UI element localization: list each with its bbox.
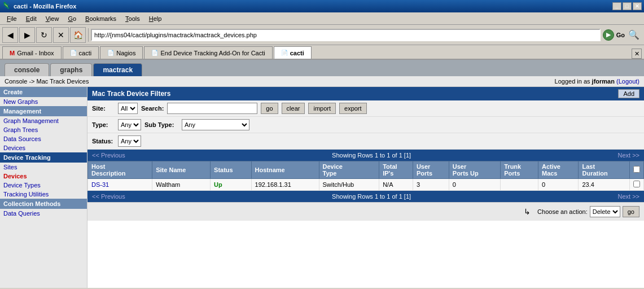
- col-user-ports-up: UserPorts Up: [449, 161, 500, 179]
- window-controls[interactable]: _ □ ✕: [612, 2, 642, 10]
- cell-site-name: Waltham: [152, 179, 211, 191]
- refresh-button[interactable]: ↻: [36, 27, 52, 43]
- filter-panel-header: Mac Track Device Filters Add: [87, 87, 644, 100]
- restore-button[interactable]: □: [623, 2, 632, 10]
- search-icon-btn[interactable]: 🔍: [626, 27, 642, 43]
- sidebar-item-graph-management[interactable]: Graph Management: [0, 116, 87, 125]
- app-icon: 🦎: [2, 2, 11, 11]
- col-select: [630, 161, 644, 179]
- sidebar-item-graph-trees[interactable]: Graph Trees: [0, 125, 87, 134]
- menu-view[interactable]: View: [41, 14, 64, 23]
- type-select[interactable]: Any: [118, 119, 141, 130]
- sidebar-item-devices[interactable]: Devices: [0, 143, 87, 152]
- action-select[interactable]: Delete: [590, 206, 620, 217]
- nagios-icon: 📄: [107, 50, 114, 56]
- tab-nagios[interactable]: 📄 Nagios: [100, 46, 143, 59]
- add-button[interactable]: Add: [618, 89, 639, 98]
- menu-edit[interactable]: Edit: [21, 14, 41, 23]
- menu-file[interactable]: File: [2, 14, 21, 23]
- action-go-button[interactable]: go: [623, 206, 639, 217]
- app-tab-mactrack[interactable]: mactrack: [93, 63, 142, 76]
- search-input[interactable]: [167, 103, 257, 114]
- subtype-label: Sub Type:: [144, 121, 178, 128]
- tab-cacti-active-label: cacti: [290, 50, 304, 56]
- prev-link-top[interactable]: << Previous: [92, 152, 125, 159]
- sidebar-item-sites[interactable]: Sites: [0, 163, 87, 172]
- action-bar: ↳ Choose an action: Delete go: [87, 202, 644, 221]
- tab-end-device-label: End Device Tracking Add-On for Cacti: [160, 50, 265, 56]
- forward-button[interactable]: ▶: [19, 27, 35, 43]
- menu-bookmarks[interactable]: Bookmarks: [81, 14, 121, 23]
- tab-cacti-active[interactable]: 📄 cacti: [274, 46, 312, 59]
- close-tab-button[interactable]: ✕: [632, 49, 642, 59]
- cell-hostname: 192.168.1.31: [251, 179, 319, 191]
- tab-cacti-1-label: cacti: [79, 50, 92, 56]
- menu-go[interactable]: Go: [63, 14, 81, 23]
- cacti1-icon: 📄: [70, 50, 77, 56]
- cell-device-type: Switch/Hub: [319, 179, 379, 191]
- search-label: Search:: [141, 105, 164, 112]
- logout-link[interactable]: (Logout): [616, 78, 639, 85]
- app-tab-graphs-label: graphs: [60, 66, 82, 74]
- sidebar: Create New Graphs Management Graph Manag…: [0, 87, 87, 288]
- cell-host-description[interactable]: DS-31: [88, 179, 152, 191]
- export-button[interactable]: export: [339, 103, 367, 114]
- go-button[interactable]: ▶: [603, 29, 614, 41]
- sub-arrow-icon: ↳: [519, 205, 535, 218]
- cell-last-duration: 23.4: [579, 179, 630, 191]
- address-bar: ▶ Go: [91, 29, 625, 41]
- app-tabs: console graphs mactrack: [0, 60, 644, 76]
- site-select[interactable]: All: [118, 103, 138, 114]
- app-tab-console[interactable]: console: [5, 63, 49, 76]
- status-select[interactable]: Any: [118, 135, 141, 147]
- row-checkbox[interactable]: [633, 181, 640, 187]
- subtype-select[interactable]: Any: [182, 119, 249, 130]
- toolbar: ◀ ▶ ↻ ✕ 🏠 ▶ Go 🔍: [0, 25, 644, 45]
- close-button[interactable]: ✕: [633, 2, 642, 10]
- prev-link-bottom[interactable]: << Previous: [92, 193, 125, 200]
- sidebar-collection-header: Collection Methods: [0, 199, 87, 209]
- sidebar-item-data-sources[interactable]: Data Sources: [0, 134, 87, 143]
- table-row: DS-31 Waltham Up 192.168.1.31 Switch/Hub…: [88, 179, 644, 191]
- sidebar-item-data-queries[interactable]: Data Queries: [0, 209, 87, 218]
- sidebar-item-new-graphs[interactable]: New Graphs: [0, 97, 87, 106]
- back-button[interactable]: ◀: [2, 27, 18, 43]
- select-all-checkbox[interactable]: [633, 166, 640, 173]
- col-total-ips: TotalIP's: [379, 161, 413, 179]
- sidebar-item-device-types[interactable]: Device Types: [0, 181, 87, 190]
- import-button[interactable]: import: [308, 103, 336, 114]
- menu-help[interactable]: Help: [144, 14, 167, 23]
- cell-status: Up: [211, 179, 251, 191]
- cacti-active-icon: 📄: [281, 50, 288, 56]
- breadcrumb: Console -> Mac Track Devices Logged in a…: [0, 76, 644, 87]
- window-title: cacti - Mozilla Firefox: [14, 3, 612, 10]
- tab-end-device[interactable]: 📄 End Device Tracking Add-On for Cacti: [144, 46, 272, 59]
- gmail-icon: M: [10, 50, 15, 56]
- cell-user-ports: 3: [413, 179, 449, 191]
- menu-tools[interactable]: Tools: [121, 14, 144, 23]
- sidebar-item-devices-active[interactable]: Devices: [0, 172, 87, 181]
- app-tab-console-label: console: [14, 66, 40, 74]
- end-device-icon: 📄: [151, 50, 158, 56]
- minimize-button[interactable]: _: [612, 2, 621, 10]
- go-filter-button[interactable]: go: [261, 103, 278, 114]
- filter-row-3: Status: Any: [87, 133, 644, 150]
- home-button[interactable]: 🏠: [70, 27, 86, 43]
- tab-gmail[interactable]: M Gmail - Inbox: [2, 46, 62, 59]
- sidebar-management-header: Management: [0, 106, 87, 116]
- title-bar: 🦎 cacti - Mozilla Firefox _ □ ✕: [0, 0, 644, 12]
- clear-button[interactable]: clear: [282, 103, 305, 114]
- col-site-name: Site Name: [152, 161, 211, 179]
- next-link-top[interactable]: Next >>: [617, 152, 639, 159]
- cell-trunk-ports: [501, 179, 538, 191]
- address-input[interactable]: [91, 29, 601, 41]
- login-text: Logged in as: [555, 78, 592, 85]
- app-tab-graphs[interactable]: graphs: [50, 63, 92, 76]
- sidebar-item-tracking-utilities[interactable]: Tracking Utilities: [0, 190, 87, 199]
- next-link-bottom[interactable]: Next >>: [617, 193, 639, 200]
- col-host-description: HostDescription: [88, 161, 152, 179]
- toolbar-separator: [88, 28, 89, 42]
- tab-cacti-1[interactable]: 📄 cacti: [63, 46, 99, 59]
- stop-button[interactable]: ✕: [53, 27, 69, 43]
- filter-row-2: Type: Any Sub Type: Any: [87, 117, 644, 133]
